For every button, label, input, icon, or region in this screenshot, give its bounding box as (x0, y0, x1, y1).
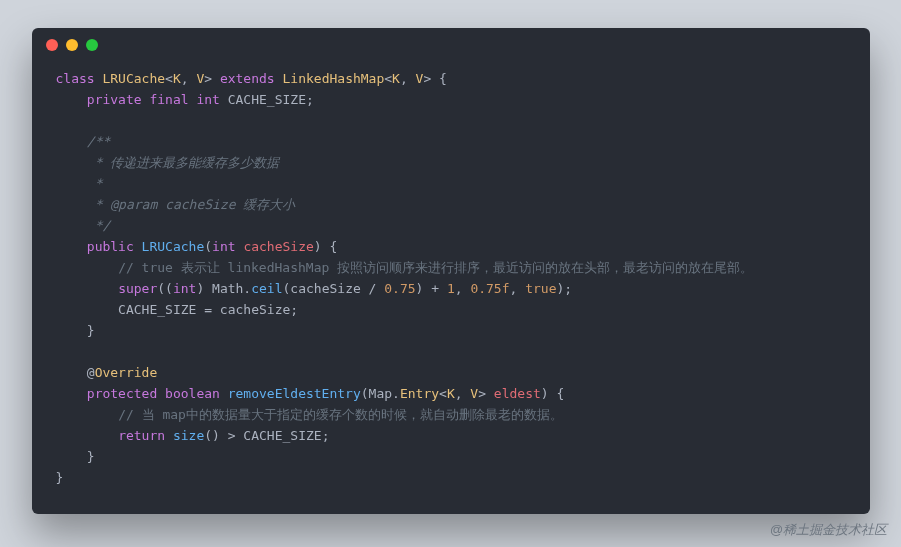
code-token: > (204, 71, 220, 86)
code-token: protected boolean (87, 386, 228, 401)
code-token (56, 281, 119, 296)
code-token: // true 表示让 linkedHashMap 按照访问顺序来进行排序，最近… (118, 260, 753, 275)
code-token: V (470, 386, 478, 401)
code-token: K (173, 71, 181, 86)
code-token: < (384, 71, 392, 86)
code-token: * (56, 176, 103, 191)
code-token: ) { (541, 386, 564, 401)
code-token: super (118, 281, 157, 296)
code-token: , (181, 71, 197, 86)
watermark-text: @稀土掘金技术社区 (770, 521, 887, 539)
code-token: LRUCache (102, 71, 165, 86)
code-token (56, 239, 87, 254)
code-token (56, 428, 119, 443)
minimize-icon[interactable] (66, 39, 78, 51)
code-token: eldest (494, 386, 541, 401)
code-token: , (510, 281, 526, 296)
code-token: /** (87, 134, 110, 149)
code-token: extends (220, 71, 283, 86)
code-token: , (455, 281, 471, 296)
code-token: (Map. (361, 386, 400, 401)
code-token: private final int (87, 92, 228, 107)
code-token: @ (56, 365, 95, 380)
code-token: return (118, 428, 173, 443)
code-token: public (87, 239, 142, 254)
code-token: } (56, 470, 64, 485)
code-token: 1 (447, 281, 455, 296)
code-token: CACHE_SIZE; (228, 92, 314, 107)
code-token: } (56, 449, 95, 464)
code-token: > (478, 386, 494, 401)
code-token: size (173, 428, 204, 443)
code-token: 0.75f (470, 281, 509, 296)
code-token: , (400, 71, 416, 86)
close-icon[interactable] (46, 39, 58, 51)
code-token (56, 260, 119, 275)
code-token: 0.75 (384, 281, 415, 296)
code-content: class LRUCache<K, V> extends LinkedHashM… (32, 62, 870, 514)
code-token: ) Math. (196, 281, 251, 296)
code-token: ) { (314, 239, 337, 254)
code-token: cacheSize (243, 239, 313, 254)
code-token (56, 407, 119, 422)
code-token: ceil (251, 281, 282, 296)
code-token: LRUCache (142, 239, 205, 254)
code-token: Entry (400, 386, 439, 401)
code-token: K (447, 386, 455, 401)
code-token: (( (157, 281, 173, 296)
window-titlebar (32, 28, 870, 62)
maximize-icon[interactable] (86, 39, 98, 51)
code-token: K (392, 71, 400, 86)
code-token: LinkedHashMap (283, 71, 385, 86)
code-token: ) + (416, 281, 447, 296)
code-token (56, 134, 87, 149)
code-token: int (173, 281, 196, 296)
code-token (56, 386, 87, 401)
code-token: ); (556, 281, 572, 296)
code-token: ( (204, 239, 212, 254)
code-token: * 传递进来最多能缓存多少数据 (56, 155, 280, 170)
code-token: // 当 map中的数据量大于指定的缓存个数的时候，就自动删除最老的数据。 (118, 407, 563, 422)
code-token: int (212, 239, 243, 254)
code-token: Override (95, 365, 158, 380)
code-token: removeEldestEntry (228, 386, 361, 401)
code-token: class (56, 71, 103, 86)
code-token: < (165, 71, 173, 86)
code-token: } (56, 323, 95, 338)
code-token (56, 92, 87, 107)
code-token: , (455, 386, 471, 401)
code-token: true (525, 281, 556, 296)
code-token: * @param cacheSize 缓存大小 (56, 197, 296, 212)
code-token: (cacheSize / (283, 281, 385, 296)
code-token: */ (56, 218, 111, 233)
code-token: CACHE_SIZE = cacheSize; (56, 302, 299, 317)
code-window: class LRUCache<K, V> extends LinkedHashM… (32, 28, 870, 514)
code-token: > { (423, 71, 446, 86)
code-token: () > CACHE_SIZE; (204, 428, 329, 443)
code-token: < (439, 386, 447, 401)
